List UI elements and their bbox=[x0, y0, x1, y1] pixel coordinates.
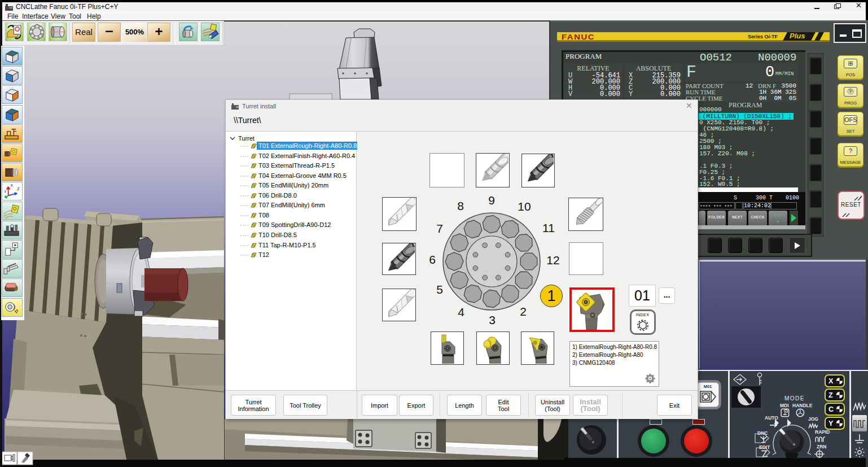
svg-text:Z: Z bbox=[17, 187, 19, 191]
svg-text:Y: Y bbox=[4, 190, 7, 194]
svg-text:X: X bbox=[11, 184, 14, 187]
